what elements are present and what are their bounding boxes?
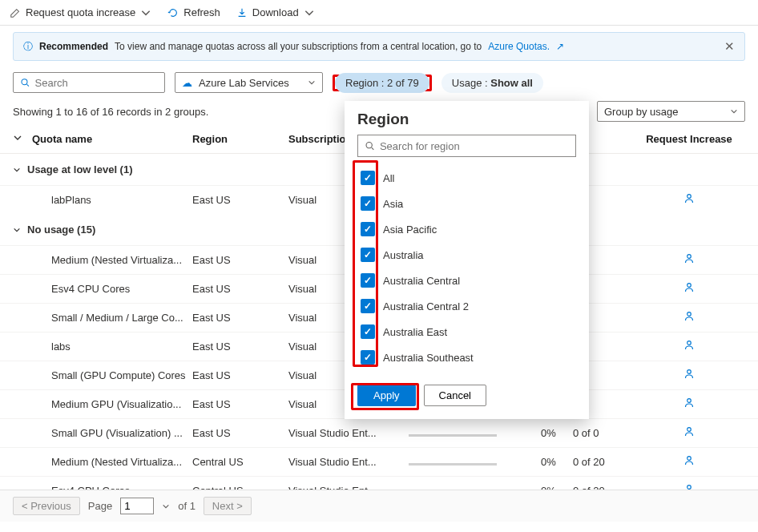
- usage-bar: [409, 427, 541, 439]
- column-region[interactable]: Region: [192, 133, 288, 145]
- svg-point-8: [687, 428, 691, 432]
- region-option[interactable]: ✓Asia Pacific: [357, 216, 573, 242]
- download-button[interactable]: Download: [236, 6, 315, 18]
- region-option-label: Asia: [383, 198, 403, 210]
- quota-value: 0 of 20: [573, 485, 633, 490]
- region-option[interactable]: ✓Asia: [357, 191, 573, 216]
- usage-bar: [409, 485, 541, 490]
- region-value: East US: [192, 283, 288, 295]
- refresh-label: Refresh: [183, 6, 220, 18]
- region-value: East US: [192, 312, 288, 324]
- prev-page-button[interactable]: < Previous: [13, 497, 80, 515]
- region-value: East US: [192, 398, 288, 410]
- chevron-down-icon: [304, 7, 315, 18]
- region-option-label: Australia Central: [383, 275, 460, 287]
- groupby-dropdown[interactable]: Group by usage: [597, 101, 745, 122]
- region-option[interactable]: ✓Australia East: [357, 319, 573, 345]
- region-option[interactable]: ✓Australia Central 2: [357, 293, 573, 319]
- popup-title: Region: [357, 111, 576, 128]
- checkbox-icon[interactable]: ✓: [361, 324, 375, 339]
- svg-point-0: [22, 79, 27, 85]
- svg-point-5: [687, 341, 691, 345]
- checkbox-icon[interactable]: ✓: [361, 171, 375, 185]
- request-increase-button[interactable]: [683, 457, 696, 470]
- close-banner-button[interactable]: ✕: [724, 39, 735, 54]
- column-quota-name[interactable]: Quota name: [32, 133, 192, 145]
- chevron-down-icon: [730, 107, 738, 115]
- banner-label: Recommended: [39, 41, 108, 52]
- search-input-wrap[interactable]: [13, 72, 165, 93]
- request-increase-button[interactable]: [683, 371, 696, 383]
- region-option-label: Australia Southeast: [383, 352, 474, 364]
- usage-pct: 0%: [541, 427, 573, 439]
- chevron-down-icon: [13, 165, 21, 175]
- subscription-value: Visual Studio Ent...: [288, 427, 409, 439]
- table-row[interactable]: Esv4 CPU Cores Central US Visual Studio …: [0, 476, 758, 490]
- usage-filter-pill[interactable]: Usage : Show all: [441, 73, 543, 93]
- svg-point-3: [687, 284, 691, 288]
- region-option-label: Australia Central 2: [383, 300, 469, 312]
- region-filter-pill[interactable]: Region : 2 of 79: [335, 73, 429, 93]
- svg-point-11: [366, 143, 372, 148]
- page-label: Page: [88, 500, 112, 512]
- region-option[interactable]: ✓Australia Central: [357, 268, 573, 293]
- request-quota-button[interactable]: Request quota increase: [10, 6, 151, 18]
- chevron-down-icon: [140, 7, 151, 18]
- region-option-list[interactable]: ✓All✓Asia✓Asia Pacific✓Australia✓Austral…: [357, 165, 576, 373]
- table-row[interactable]: Medium (Nested Virtualiza... Central US …: [0, 447, 758, 476]
- next-page-button[interactable]: Next >: [204, 497, 252, 515]
- region-value: East US: [192, 254, 288, 266]
- quota-name: Small (GPU Compute) Cores: [32, 369, 192, 381]
- search-input[interactable]: [35, 77, 159, 89]
- download-label: Download: [252, 6, 299, 18]
- quota-name: Medium (Nested Virtualiza...: [32, 254, 192, 266]
- request-increase-button[interactable]: [683, 284, 696, 296]
- region-option[interactable]: ✓Australia: [357, 242, 573, 268]
- refresh-button[interactable]: Refresh: [167, 6, 220, 18]
- chevron-down-icon[interactable]: [162, 502, 170, 510]
- external-icon: ↗: [556, 41, 564, 52]
- quota-name: Small / Medium / Large Co...: [32, 312, 192, 324]
- checkbox-icon[interactable]: ✓: [361, 299, 375, 313]
- checkbox-icon[interactable]: ✓: [361, 196, 375, 211]
- info-icon: ⓘ: [23, 40, 33, 54]
- request-increase-button[interactable]: [683, 342, 696, 354]
- pagination-footer: < Previous Page of 1 Next >: [0, 490, 758, 522]
- cancel-button[interactable]: Cancel: [424, 385, 486, 406]
- chevron-down-icon[interactable]: [13, 133, 22, 143]
- region-option[interactable]: ✓All: [357, 165, 573, 191]
- search-icon: [20, 77, 30, 88]
- svg-point-6: [687, 370, 691, 374]
- quota-name: labPlans: [32, 194, 192, 206]
- region-option[interactable]: ✓Australia Southeast: [357, 345, 573, 370]
- request-increase-button[interactable]: [683, 313, 696, 325]
- request-increase-button[interactable]: [683, 400, 696, 412]
- azure-quotas-link[interactable]: Azure Quotas.: [488, 41, 550, 52]
- region-filter-popup: Region ✓All✓Asia✓Asia Pacific✓Australia✓…: [345, 101, 589, 419]
- checkbox-icon[interactable]: ✓: [361, 350, 375, 365]
- region-option-label: Australia East: [383, 326, 447, 338]
- service-dropdown[interactable]: ☁ Azure Lab Services: [175, 72, 323, 93]
- request-increase-button[interactable]: [683, 429, 696, 441]
- region-search-input[interactable]: [380, 140, 569, 152]
- groupby-value: Group by usage: [604, 106, 679, 118]
- checkbox-icon[interactable]: ✓: [361, 248, 375, 262]
- page-input[interactable]: [120, 498, 154, 514]
- apply-button[interactable]: Apply: [357, 385, 416, 406]
- refresh-icon: [167, 7, 179, 18]
- results-status: Showing 1 to 16 of 16 records in 2 group…: [13, 106, 208, 118]
- svg-point-2: [687, 255, 691, 259]
- checkbox-icon[interactable]: ✓: [361, 273, 375, 288]
- request-increase-button[interactable]: [683, 256, 696, 268]
- region-value: Central US: [192, 485, 288, 490]
- usage-pct: 0%: [541, 485, 573, 490]
- checkbox-icon[interactable]: ✓: [361, 222, 375, 236]
- cloud-icon: ☁: [182, 77, 192, 89]
- service-value: Azure Lab Services: [199, 77, 289, 89]
- request-increase-button[interactable]: [683, 486, 696, 490]
- table-row[interactable]: Small GPU (Visualization) ... East US Vi…: [0, 418, 758, 447]
- region-option-label: Asia Pacific: [383, 224, 437, 236]
- region-search-wrap[interactable]: [357, 135, 576, 157]
- chevron-down-icon: [13, 225, 21, 235]
- request-increase-button[interactable]: [683, 195, 696, 208]
